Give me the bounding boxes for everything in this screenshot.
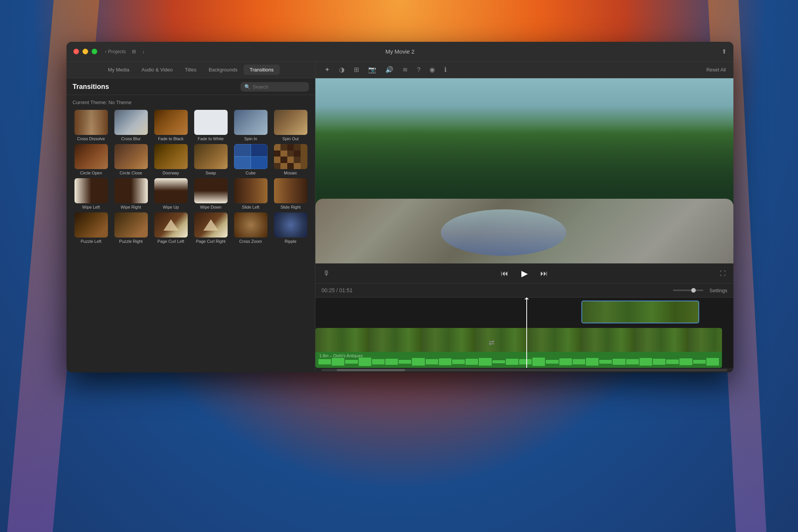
transition-thumb-spin-out — [274, 110, 307, 135]
transition-label-circle-close: Circle Close — [120, 171, 142, 175]
section-label: Current Theme: No Theme — [73, 100, 309, 105]
transition-label-cross-blur: Cross Blur — [121, 136, 141, 141]
reset-all-button[interactable]: Reset All — [706, 67, 726, 73]
transition-wipe-down[interactable]: Wipe Down — [192, 178, 229, 209]
scrollbar-thumb[interactable] — [337, 369, 405, 371]
transition-label-slide-right: Slide Right — [280, 205, 301, 209]
title-bar: ‹ Projects ⊞ ↓ My Movie 2 ⬆ — [66, 42, 733, 62]
transition-cross-dissolve[interactable]: Cross Dissolve — [73, 110, 109, 141]
search-icon: 🔍 — [244, 84, 250, 90]
transition-circle-open[interactable]: Circle Open — [73, 144, 109, 175]
transition-marker[interactable]: ⇄ — [487, 328, 496, 358]
track-broll[interactable] — [581, 301, 699, 323]
transition-puzzle-right[interactable]: Puzzle Right — [112, 212, 149, 244]
transition-marker-icon: ⇄ — [489, 339, 494, 347]
transition-thumb-ripple — [274, 212, 307, 238]
audio-bar — [439, 358, 451, 365]
microphone-button[interactable]: 🎙 — [323, 269, 330, 277]
transition-spin-out[interactable]: Spin Out — [272, 110, 309, 141]
audio-bar — [599, 360, 612, 364]
audio-bar — [479, 358, 491, 365]
tab-transitions[interactable]: Transitions — [244, 65, 280, 75]
transition-label-swap: Swap — [206, 171, 216, 175]
sort-button[interactable]: ↓ — [142, 49, 145, 54]
inspector-speed-icon[interactable]: ≋ — [401, 64, 409, 75]
transition-circle-close[interactable]: Circle Close — [112, 144, 149, 175]
transition-cross-zoom[interactable]: Cross Zoom — [232, 212, 269, 244]
transition-puzzle-left[interactable]: Puzzle Left — [73, 212, 109, 244]
transition-ripple[interactable]: Ripple — [272, 212, 309, 244]
transition-mosaic[interactable]: Mosaic — [272, 144, 309, 175]
track-audio[interactable]: 1.8m – Oishi's Antiques — [315, 352, 722, 368]
transition-slide-left[interactable]: Slide Left — [232, 178, 269, 209]
audio-bar — [626, 359, 639, 364]
fullscreen-button[interactable] — [92, 49, 97, 54]
transition-label-circle-open: Circle Open — [80, 171, 102, 175]
timeline-settings-button[interactable]: Settings — [709, 288, 727, 293]
audio-bar — [426, 359, 438, 364]
transition-page-curl-left[interactable]: Page Curl Left — [152, 212, 189, 244]
inspector-stabilize-icon[interactable]: 📷 — [367, 64, 378, 75]
inspector-detail-icon[interactable]: ℹ — [443, 64, 448, 75]
transition-fade-to-white[interactable]: Fade to White — [192, 110, 229, 141]
transition-thumb-cube — [234, 144, 268, 169]
inspector-audio-icon[interactable]: 🔊 — [384, 64, 395, 75]
search-box[interactable]: 🔍 — [241, 82, 309, 92]
rewind-button[interactable]: ⏮ — [501, 269, 508, 278]
transition-doorway[interactable]: Doorway — [152, 144, 189, 175]
export-button[interactable]: ⬆ — [722, 48, 727, 55]
inspector-globe-icon[interactable]: ◉ — [428, 64, 437, 75]
search-input[interactable] — [253, 84, 305, 90]
back-to-projects-button[interactable]: ‹ Projects — [105, 49, 126, 54]
transition-thumb-doorway — [154, 144, 188, 169]
transition-cube[interactable]: Cube — [232, 144, 269, 175]
transition-thumb-puzzle-left — [74, 212, 108, 238]
title-bar-left: ‹ Projects ⊞ ↓ — [105, 49, 145, 54]
transition-wipe-up[interactable]: Wipe Up — [152, 178, 189, 209]
main-content: My Media Audio & Video Titles Background… — [66, 62, 733, 372]
transition-thumb-wipe-right — [114, 178, 148, 203]
right-panel: ✦ ◑ ⊞ 📷 🔊 ≋ ? ◉ ℹ Reset All 🎙 — [315, 62, 733, 372]
transition-label-cross-dissolve: Cross Dissolve — [77, 136, 105, 141]
fullscreen-button[interactable]: ⛶ — [720, 270, 726, 277]
tab-audio-video[interactable]: Audio & Video — [135, 65, 179, 75]
audio-bar — [452, 359, 465, 364]
transition-label-page-curl-left: Page Curl Left — [157, 239, 184, 244]
inspector-enhance-icon[interactable]: ✦ — [323, 64, 331, 75]
timeline-playhead[interactable] — [526, 298, 527, 368]
transition-thumb-swap — [194, 144, 228, 169]
tab-titles[interactable]: Titles — [179, 65, 203, 75]
transition-wipe-left[interactable]: Wipe Left — [73, 178, 109, 209]
play-button[interactable]: ▶ — [518, 267, 531, 280]
zoom-slider[interactable] — [673, 290, 703, 291]
minimize-button[interactable] — [82, 49, 88, 54]
transition-thumb-page-curl-left — [154, 212, 188, 238]
inspector-color-icon[interactable]: ◑ — [337, 64, 346, 75]
tab-backgrounds[interactable]: Backgrounds — [203, 65, 244, 75]
transition-thumb-fade-to-white — [194, 110, 228, 135]
transition-label-spin-out: Spin Out — [282, 136, 299, 141]
transition-thumb-wipe-up — [154, 178, 188, 203]
transition-thumb-cross-dissolve — [74, 110, 108, 135]
transition-spin-in[interactable]: Spin In — [232, 110, 269, 141]
transition-page-curl-right[interactable]: Page Curl Right — [192, 212, 229, 244]
transition-fade-to-black[interactable]: Fade to Black — [152, 110, 189, 141]
inspector-info-icon[interactable]: ? — [415, 65, 422, 75]
track-broll-inner — [581, 301, 699, 323]
transition-cross-blur[interactable]: Cross Blur — [112, 110, 149, 141]
transition-label-spin-in: Spin In — [244, 136, 257, 141]
transition-slide-right[interactable]: Slide Right — [272, 178, 309, 209]
transition-wipe-right[interactable]: Wipe Right — [112, 178, 149, 209]
forward-button[interactable]: ⏭ — [540, 269, 548, 278]
inspector-crop-icon[interactable]: ⊞ — [352, 64, 361, 75]
tab-my-media[interactable]: My Media — [102, 65, 135, 75]
transition-swap[interactable]: Swap — [192, 144, 229, 175]
transition-thumb-circle-open — [74, 144, 108, 169]
layout-button[interactable]: ⊞ — [132, 49, 136, 54]
scrollbar-track[interactable] — [321, 369, 727, 371]
video-scene-water — [441, 209, 566, 256]
audio-bar — [519, 359, 532, 364]
tab-bar: My Media Audio & Video Titles Background… — [66, 62, 315, 78]
transition-label-puzzle-left: Puzzle Left — [81, 239, 101, 244]
close-button[interactable] — [73, 49, 79, 54]
